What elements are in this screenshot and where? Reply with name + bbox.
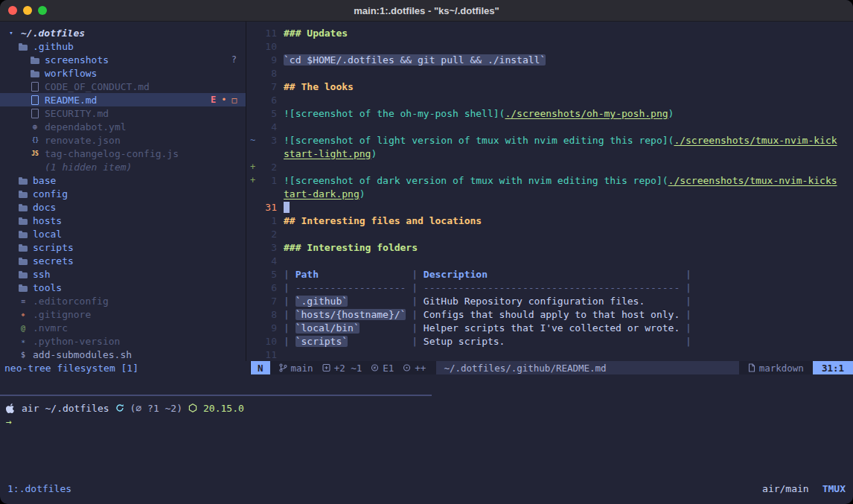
shell-input-line[interactable]: → [0, 415, 853, 428]
editor-line[interactable]: ~3![screenshot of light version of tmux … [246, 133, 853, 147]
text-segment [488, 269, 686, 280]
diagnostics: E1 [371, 363, 394, 374]
text-segment: ./screenshots/tmux-nvim-kick [674, 135, 837, 146]
text-segment: `cd $HOME/.dotfiles && git pull && ./ins… [284, 54, 546, 66]
plugin-icon [403, 363, 411, 372]
editor-buffer[interactable]: 11### Updates 10 9`cd $HOME/.dotfiles &&… [246, 22, 853, 361]
folder-icon [30, 54, 40, 65]
tree-item-screenshots[interactable]: screenshots? [0, 53, 246, 66]
folder-icon [18, 255, 28, 266]
tree-item-label: config [33, 188, 68, 200]
editor-line-text: ## The looks [284, 81, 354, 92]
editor-line[interactable]: 5| Path | Description | [246, 267, 853, 281]
titlebar[interactable]: main:1:.dotfiles - "ks~/.dotfiles" [0, 0, 853, 22]
editor-line[interactable]: 3### Interesting folders [246, 240, 853, 254]
line-number: 3 [259, 242, 277, 253]
tree-item-ssh[interactable]: ssh [0, 267, 246, 281]
tree-item-1-hidden-item[interactable]: (1 hidden item) [0, 160, 246, 173]
editor-line[interactable]: tart-dark.png) [246, 187, 853, 200]
tree-item-github[interactable]: .github [0, 39, 246, 53]
tree-item-hosts[interactable]: hosts [0, 214, 246, 227]
gutter-sign [246, 54, 259, 65]
tree-item-add-submodules-sh[interactable]: $add-submodules.sh [0, 348, 246, 361]
close-button[interactable] [8, 6, 17, 15]
line-number: 9 [259, 54, 277, 66]
tmux-window-tab[interactable]: 1:.dotfiles [7, 483, 71, 494]
folder-icon [18, 229, 28, 239]
gutter-sign [246, 188, 259, 199]
editor-line[interactable]: 9`cd $HOME/.dotfiles && git pull && ./in… [246, 53, 853, 66]
line-number: 2 [259, 229, 277, 240]
tree-item-nvmrc[interactable]: @.nvmrc [0, 321, 246, 334]
editor-line[interactable]: 4 [246, 120, 853, 133]
zoom-button[interactable] [38, 6, 47, 15]
branch-name: main [291, 363, 313, 374]
tree-item-dependabot-yml[interactable]: ⊛dependabot.yml [0, 120, 246, 133]
gutter-sign [246, 296, 259, 306]
editor-line[interactable]: 11 [246, 348, 853, 361]
editor-line[interactable]: 4 [246, 254, 853, 267]
tree-item-scripts[interactable]: scripts [0, 240, 246, 254]
tree-item-local[interactable]: local [0, 227, 246, 240]
text-segment: tart-dark.png [284, 188, 360, 200]
editor-line-text: ![screenshot of the oh-my-posh shell](./… [284, 108, 674, 119]
editor-line[interactable]: 9| `local/bin` | Helper scripts that I'v… [246, 321, 853, 334]
tree-item-readme-md[interactable]: README.mdE•□ [0, 93, 246, 106]
text-segment: ![screenshot of the oh-my-posh shell]( [284, 108, 505, 119]
text-segment: | [284, 296, 295, 307]
tree-item-dotfiles[interactable]: ▾~/.dotfiles [0, 26, 246, 39]
dot-marker: • [221, 95, 226, 105]
minimize-button[interactable] [23, 6, 32, 15]
tree-item-tools[interactable]: tools [0, 281, 246, 294]
editor-line[interactable]: 6 [246, 93, 853, 106]
line-number: 11 [259, 28, 277, 39]
editor-line[interactable]: 8| `hosts/{hostname}/` | Configs that sh… [246, 307, 853, 321]
tree-item-label: base [33, 175, 56, 186]
editor-line[interactable]: +1![screenshot of dark version of tmux w… [246, 173, 853, 187]
line-number: 4 [259, 121, 277, 133]
editor-line[interactable]: 8 [246, 66, 853, 80]
editor-line[interactable]: 2 [246, 227, 853, 240]
python-icon: ∗ [18, 336, 28, 346]
editor-line[interactable]: 6| ------------------- | ---------------… [246, 281, 853, 294]
line-number: 5 [259, 269, 277, 280]
tree-item-label: secrets [33, 255, 74, 267]
tree-item-editorconfig[interactable]: ≡.editorconfig [0, 294, 246, 307]
editor-line[interactable]: 31 [246, 200, 853, 214]
shell-prompt: air ~/.dotfiles (∅ ?1 ~2) 20.15.0 [0, 401, 853, 415]
editor-line[interactable]: 11### Updates [246, 26, 853, 39]
tree-item-tag-changelog-config-js[interactable]: JStag-changelog-config.js [0, 147, 246, 160]
editor-line[interactable]: +2 [246, 160, 853, 173]
text-segment: | [505, 336, 691, 347]
editor-line[interactable]: start-light.png) [246, 147, 853, 160]
tree-item-secrets[interactable]: secrets [0, 254, 246, 267]
tree-item-base[interactable]: base [0, 173, 246, 187]
gutter-sign [246, 242, 259, 252]
tree-item-code-of-conduct-md[interactable]: CODE_OF_CONDUCT.md [0, 80, 246, 93]
editor-line[interactable]: 1## Interesting files and locations [246, 214, 853, 227]
tree-item-label: dependabot.yml [45, 121, 127, 133]
editor-line[interactable]: 10| `scripts` | Setup scripts. | [246, 334, 853, 348]
tree-item-config[interactable]: config [0, 187, 246, 200]
editorconfig-icon: ≡ [18, 296, 28, 306]
node-icon [188, 403, 197, 413]
editor-line[interactable]: 10 [246, 39, 853, 53]
text-segment: | [686, 269, 691, 280]
at-icon: @ [18, 322, 28, 333]
tree-item-gitignore[interactable]: ◆.gitignore [0, 307, 246, 321]
gutter-sign [246, 95, 259, 105]
tree-item-renovate-json[interactable]: {}renovate.json [0, 133, 246, 147]
gutter-sign [246, 108, 259, 118]
text-segment: ) [360, 188, 365, 200]
editor-line-text: | `hosts/{hostname}/` | Configs that sho… [284, 309, 691, 320]
editor-line[interactable]: 5![screenshot of the oh-my-posh shell](.… [246, 106, 853, 120]
editor-line-text: | `.github` | GitHub Repository configur… [284, 296, 691, 307]
tree-item-docs[interactable]: docs [0, 200, 246, 214]
gutter-sign [246, 148, 259, 159]
tree-item-security-md[interactable]: SECURITY.md [0, 106, 246, 120]
tree-item-python-version[interactable]: ∗.python-version [0, 334, 246, 348]
tree-item-workflows[interactable]: workflows [0, 66, 246, 80]
editor-line[interactable]: 7## The looks [246, 80, 853, 93]
editor-line[interactable]: 7| `.github` | GitHub Repository configu… [246, 294, 853, 307]
folder-open-icon [18, 41, 28, 51]
